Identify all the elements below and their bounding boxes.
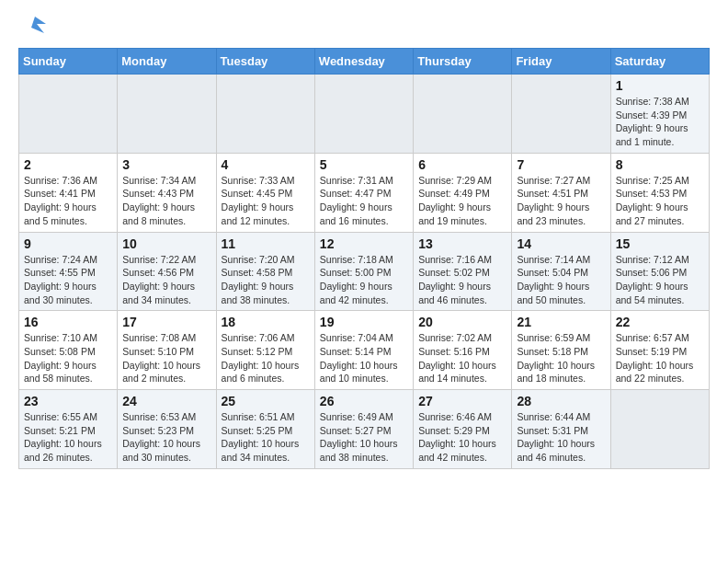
day-number: 28 xyxy=(517,394,605,408)
day-info: Sunrise: 7:02 AM Sunset: 5:16 PM Dayligh… xyxy=(418,331,506,385)
day-info: Sunrise: 7:36 AM Sunset: 4:41 PM Dayligh… xyxy=(24,174,112,228)
day-number: 10 xyxy=(122,236,210,251)
day-number: 12 xyxy=(320,236,408,251)
day-info: Sunrise: 7:31 AM Sunset: 4:47 PM Dayligh… xyxy=(320,174,408,228)
day-number: 7 xyxy=(517,157,605,172)
calendar-cell: 28Sunrise: 6:44 AM Sunset: 5:31 PM Dayli… xyxy=(512,390,610,469)
day-number: 17 xyxy=(122,315,210,329)
day-number: 2 xyxy=(24,157,112,172)
day-info: Sunrise: 7:14 AM Sunset: 5:04 PM Dayligh… xyxy=(517,253,605,307)
week-row-1: 1Sunrise: 7:38 AM Sunset: 4:39 PM Daylig… xyxy=(19,75,710,154)
calendar-cell: 24Sunrise: 6:53 AM Sunset: 5:23 PM Dayli… xyxy=(118,390,216,469)
calendar-cell: 1Sunrise: 7:38 AM Sunset: 4:39 PM Daylig… xyxy=(610,75,709,154)
calendar-cell: 18Sunrise: 7:06 AM Sunset: 5:12 PM Dayli… xyxy=(216,311,314,390)
calendar-cell xyxy=(414,75,512,154)
day-number: 13 xyxy=(418,236,506,251)
week-row-5: 23Sunrise: 6:55 AM Sunset: 5:21 PM Dayli… xyxy=(19,390,710,469)
week-row-2: 2Sunrise: 7:36 AM Sunset: 4:41 PM Daylig… xyxy=(19,153,710,232)
page: SundayMondayTuesdayWednesdayThursdayFrid… xyxy=(0,0,728,484)
day-info: Sunrise: 7:25 AM Sunset: 4:53 PM Dayligh… xyxy=(616,174,704,228)
calendar: SundayMondayTuesdayWednesdayThursdayFrid… xyxy=(18,48,710,469)
calendar-cell xyxy=(314,75,413,154)
header-row: SundayMondayTuesdayWednesdayThursdayFrid… xyxy=(19,49,710,75)
day-number: 11 xyxy=(222,236,310,251)
calendar-cell: 21Sunrise: 6:59 AM Sunset: 5:18 PM Dayli… xyxy=(512,311,610,390)
calendar-cell: 20Sunrise: 7:02 AM Sunset: 5:16 PM Dayli… xyxy=(414,311,512,390)
day-number: 24 xyxy=(122,394,210,408)
week-row-3: 9Sunrise: 7:24 AM Sunset: 4:55 PM Daylig… xyxy=(19,232,710,311)
day-info: Sunrise: 7:10 AM Sunset: 5:08 PM Dayligh… xyxy=(24,331,112,385)
calendar-cell: 25Sunrise: 6:51 AM Sunset: 5:25 PM Dayli… xyxy=(216,390,314,469)
header-saturday: Saturday xyxy=(610,49,709,75)
calendar-cell xyxy=(19,75,118,154)
day-number: 16 xyxy=(24,315,112,329)
calendar-cell: 13Sunrise: 7:16 AM Sunset: 5:02 PM Dayli… xyxy=(414,232,512,311)
day-number: 26 xyxy=(320,394,408,408)
day-number: 5 xyxy=(320,157,408,172)
day-info: Sunrise: 7:34 AM Sunset: 4:43 PM Dayligh… xyxy=(122,174,210,228)
calendar-cell: 2Sunrise: 7:36 AM Sunset: 4:41 PM Daylig… xyxy=(19,153,118,232)
day-number: 15 xyxy=(616,236,704,251)
day-number: 8 xyxy=(616,157,704,172)
calendar-cell: 17Sunrise: 7:08 AM Sunset: 5:10 PM Dayli… xyxy=(118,311,216,390)
day-info: Sunrise: 7:24 AM Sunset: 4:55 PM Dayligh… xyxy=(24,253,112,307)
day-number: 23 xyxy=(24,394,112,408)
calendar-cell xyxy=(512,75,610,154)
header-wednesday: Wednesday xyxy=(314,49,413,75)
header-monday: Monday xyxy=(118,49,216,75)
calendar-cell xyxy=(610,390,709,469)
day-number: 9 xyxy=(24,236,112,251)
calendar-cell: 27Sunrise: 6:46 AM Sunset: 5:29 PM Dayli… xyxy=(414,390,512,469)
day-number: 19 xyxy=(320,315,408,329)
calendar-cell xyxy=(118,75,216,154)
calendar-cell: 8Sunrise: 7:25 AM Sunset: 4:53 PM Daylig… xyxy=(610,153,709,232)
calendar-cell: 14Sunrise: 7:14 AM Sunset: 5:04 PM Dayli… xyxy=(512,232,610,311)
day-info: Sunrise: 6:51 AM Sunset: 5:25 PM Dayligh… xyxy=(222,410,310,465)
day-info: Sunrise: 6:57 AM Sunset: 5:19 PM Dayligh… xyxy=(616,331,704,385)
day-info: Sunrise: 7:20 AM Sunset: 4:58 PM Dayligh… xyxy=(222,253,310,307)
calendar-cell: 26Sunrise: 6:49 AM Sunset: 5:27 PM Dayli… xyxy=(314,390,413,469)
calendar-cell: 11Sunrise: 7:20 AM Sunset: 4:58 PM Dayli… xyxy=(216,232,314,311)
day-number: 27 xyxy=(418,394,506,408)
day-info: Sunrise: 6:49 AM Sunset: 5:27 PM Dayligh… xyxy=(320,410,408,465)
header-tuesday: Tuesday xyxy=(216,49,314,75)
day-number: 21 xyxy=(517,315,605,329)
calendar-cell xyxy=(216,75,314,154)
logo-icon xyxy=(18,15,46,40)
day-number: 3 xyxy=(122,157,210,172)
calendar-cell: 10Sunrise: 7:22 AM Sunset: 4:56 PM Dayli… xyxy=(118,232,216,311)
day-info: Sunrise: 6:53 AM Sunset: 5:23 PM Dayligh… xyxy=(122,410,210,465)
day-number: 6 xyxy=(418,157,506,172)
logo xyxy=(18,15,50,40)
calendar-cell: 9Sunrise: 7:24 AM Sunset: 4:55 PM Daylig… xyxy=(19,232,118,311)
calendar-cell: 3Sunrise: 7:34 AM Sunset: 4:43 PM Daylig… xyxy=(118,153,216,232)
header-thursday: Thursday xyxy=(414,49,512,75)
calendar-cell: 16Sunrise: 7:10 AM Sunset: 5:08 PM Dayli… xyxy=(19,311,118,390)
calendar-cell: 23Sunrise: 6:55 AM Sunset: 5:21 PM Dayli… xyxy=(19,390,118,469)
header-friday: Friday xyxy=(512,49,610,75)
calendar-cell: 7Sunrise: 7:27 AM Sunset: 4:51 PM Daylig… xyxy=(512,153,610,232)
day-info: Sunrise: 6:44 AM Sunset: 5:31 PM Dayligh… xyxy=(517,410,605,465)
calendar-cell: 12Sunrise: 7:18 AM Sunset: 5:00 PM Dayli… xyxy=(314,232,413,311)
day-info: Sunrise: 7:29 AM Sunset: 4:49 PM Dayligh… xyxy=(418,174,506,228)
day-info: Sunrise: 7:22 AM Sunset: 4:56 PM Dayligh… xyxy=(122,253,210,307)
calendar-cell: 15Sunrise: 7:12 AM Sunset: 5:06 PM Dayli… xyxy=(610,232,709,311)
day-number: 22 xyxy=(616,315,704,329)
header xyxy=(18,15,710,40)
day-info: Sunrise: 7:33 AM Sunset: 4:45 PM Dayligh… xyxy=(222,174,310,228)
day-info: Sunrise: 7:27 AM Sunset: 4:51 PM Dayligh… xyxy=(517,174,605,228)
day-info: Sunrise: 7:18 AM Sunset: 5:00 PM Dayligh… xyxy=(320,253,408,307)
day-number: 18 xyxy=(222,315,310,329)
calendar-cell: 5Sunrise: 7:31 AM Sunset: 4:47 PM Daylig… xyxy=(314,153,413,232)
svg-marker-0 xyxy=(31,17,46,33)
day-info: Sunrise: 7:38 AM Sunset: 4:39 PM Dayligh… xyxy=(616,95,704,149)
day-number: 14 xyxy=(517,236,605,251)
header-sunday: Sunday xyxy=(19,49,118,75)
calendar-cell: 22Sunrise: 6:57 AM Sunset: 5:19 PM Dayli… xyxy=(610,311,709,390)
day-info: Sunrise: 7:12 AM Sunset: 5:06 PM Dayligh… xyxy=(616,253,704,307)
day-info: Sunrise: 7:06 AM Sunset: 5:12 PM Dayligh… xyxy=(222,331,310,385)
day-info: Sunrise: 6:59 AM Sunset: 5:18 PM Dayligh… xyxy=(517,331,605,385)
day-info: Sunrise: 6:46 AM Sunset: 5:29 PM Dayligh… xyxy=(418,410,506,465)
day-info: Sunrise: 7:04 AM Sunset: 5:14 PM Dayligh… xyxy=(320,331,408,385)
day-number: 4 xyxy=(222,157,310,172)
